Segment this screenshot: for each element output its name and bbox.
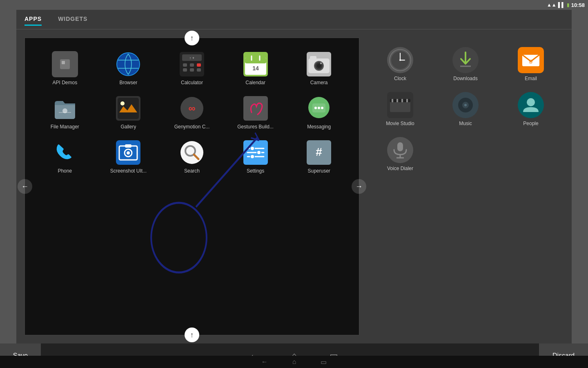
svg-point-57 [250, 146, 254, 150]
downloads-icon [452, 47, 479, 73]
voice-dialer-label: Voice Dialer [387, 166, 413, 171]
tab-apps[interactable]: APPS [24, 16, 42, 24]
svg-point-31 [317, 64, 321, 68]
gestures-icon [243, 95, 269, 121]
calendar-label: Calendar [245, 80, 265, 85]
svg-point-86 [464, 104, 467, 106]
svg-rect-17 [197, 63, 201, 67]
app-item-browser[interactable]: Browser [97, 46, 160, 90]
svg-text:↑ +: ↑ + [189, 56, 194, 60]
settings-icon [243, 139, 269, 166]
svg-rect-16 [190, 63, 194, 67]
status-bar: ▲▲ ▌▌ ▮ 10:58 [539, 0, 588, 10]
app-item-movie-studio[interactable]: Movie Studio [368, 87, 433, 132]
svg-text:#: # [316, 146, 322, 158]
screenshot-label: Screenshot UIt... [110, 168, 147, 174]
content-area: ↑ ↑ ← → API Demos [16, 29, 572, 343]
wifi-icon: ▲▲ [547, 2, 557, 8]
svg-point-50 [127, 151, 130, 155]
file-manager-icon [52, 95, 78, 121]
search-icon [179, 139, 205, 166]
app-item-email[interactable]: @ Email [498, 42, 564, 87]
nav-left-button[interactable]: ← [18, 179, 32, 194]
api-demos-label: API Demos [52, 80, 77, 85]
nav-right-button[interactable]: → [352, 179, 366, 194]
app-item-clock[interactable]: Clock [368, 42, 433, 87]
svg-rect-41 [243, 96, 268, 121]
gallery-label: Gallery [120, 124, 136, 130]
svg-text:@: @ [529, 59, 533, 64]
svg-rect-5 [60, 59, 70, 69]
scroll-up-button[interactable]: ↑ [185, 31, 199, 45]
people-label: People [523, 121, 538, 126]
app-item-music[interactable]: Music [433, 87, 498, 132]
tab-widgets[interactable]: WIDGETS [58, 16, 87, 24]
sys-recent-button[interactable]: ▭ [321, 358, 327, 366]
calculator-icon: ↑ + [179, 51, 205, 77]
camera-label: Camera [310, 80, 328, 85]
movie-studio-icon [387, 92, 413, 118]
svg-rect-51 [125, 144, 131, 148]
app-item-people[interactable]: People [498, 87, 564, 132]
sys-back-button[interactable]: ← [261, 358, 268, 366]
file-manager-label: File Manager [51, 124, 79, 130]
svg-rect-37 [118, 98, 139, 119]
clock-display: 10:58 [571, 2, 585, 8]
clock-icon [387, 47, 413, 73]
app-item-gestures[interactable]: Gestures Build... [224, 90, 287, 135]
app-item-voice-dialer[interactable]: Voice Dialer [368, 132, 433, 177]
calendar-icon: 14 [243, 51, 269, 77]
svg-point-88 [527, 98, 535, 106]
app-item-phone[interactable]: Phone [33, 135, 97, 179]
screenshot-icon [115, 139, 141, 166]
email-icon: @ [518, 47, 544, 73]
messaging-label: Messaging [307, 124, 331, 130]
svg-rect-81 [401, 99, 403, 102]
signal-icon: ▌▌ [558, 2, 565, 8]
music-icon [452, 92, 479, 118]
app-item-genymotion[interactable]: ∞ Genymotion C... [160, 90, 224, 135]
svg-point-32 [320, 63, 322, 64]
app-item-calendar[interactable]: 14 Calendar [224, 46, 287, 90]
sys-home-button[interactable]: ⌂ [292, 358, 296, 366]
gestures-label: Gestures Build... [237, 124, 274, 130]
app-item-downloads[interactable]: Downloads [433, 42, 498, 87]
app-item-screenshot[interactable]: Screenshot UIt... [97, 135, 160, 179]
svg-rect-6 [62, 61, 65, 64]
app-item-api-demos[interactable]: API Demos [33, 46, 97, 90]
main-content: APPS WIDGETS ↑ ↑ ← → [16, 10, 572, 343]
app-item-calculator[interactable]: ↑ + Calculator [160, 46, 224, 90]
tabs-bar: APPS WIDGETS [16, 10, 572, 29]
people-icon [518, 92, 544, 118]
app-item-gallery[interactable]: Gallery [97, 90, 160, 135]
app-item-settings[interactable]: Settings [224, 135, 287, 179]
system-bar: ← ⌂ ▭ [0, 356, 588, 368]
movie-studio-label: Movie Studio [386, 121, 414, 126]
svg-point-52 [180, 141, 203, 164]
genymotion-icon: ∞ [179, 95, 205, 121]
clock-label: Clock [394, 76, 406, 81]
app-item-messaging[interactable]: Messaging [287, 90, 351, 135]
app-item-search[interactable]: Search [160, 135, 224, 179]
genymotion-label: Genymotion C... [174, 124, 210, 130]
phone-label: Phone [58, 168, 72, 174]
svg-rect-90 [397, 142, 403, 151]
email-label: Email [525, 76, 537, 81]
scroll-down-button[interactable]: ↑ [185, 328, 199, 342]
svg-point-46 [321, 107, 323, 109]
messaging-icon [306, 95, 332, 121]
svg-point-38 [120, 101, 125, 105]
svg-rect-82 [406, 99, 408, 102]
svg-point-45 [318, 107, 320, 109]
svg-text:14: 14 [252, 65, 259, 72]
api-demos-icon [52, 51, 78, 77]
app-item-superuser[interactable]: # Superuser [287, 135, 351, 179]
svg-point-69 [399, 59, 401, 61]
search-label: Search [184, 168, 200, 174]
battery-icon: ▮ [567, 2, 570, 8]
svg-rect-80 [396, 99, 398, 102]
app-item-file-manager[interactable]: File Manager [33, 90, 97, 135]
app-item-camera[interactable]: Camera [287, 46, 351, 90]
browser-icon [115, 51, 141, 77]
screenshot-area: ↑ ↑ ← → API Demos [24, 38, 359, 335]
